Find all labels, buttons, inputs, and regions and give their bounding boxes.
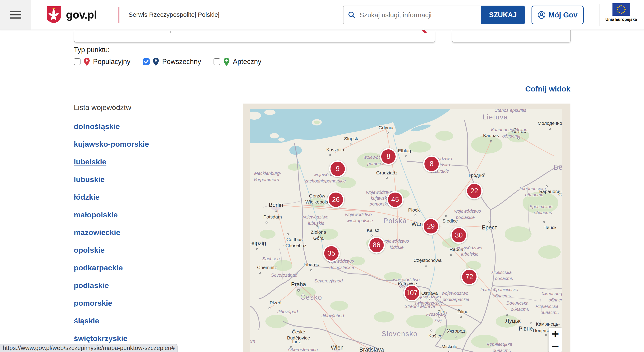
moj-gov-label: Mój Gov xyxy=(548,11,577,19)
filter-option-label: Powszechny xyxy=(162,58,201,66)
checkbox-checked[interactable] xyxy=(143,58,150,65)
cluster-marker-30[interactable]: 30 xyxy=(450,227,467,244)
city-dot xyxy=(329,154,331,156)
filter-option-apteczny[interactable]: Apteczny xyxy=(214,58,262,66)
map-label: область xyxy=(540,310,559,315)
cluster-marker-8[interactable]: 8 xyxy=(380,148,397,165)
text-fragment xyxy=(473,31,474,33)
map-base-svg xyxy=(250,109,562,352)
map-pin-icon xyxy=(153,58,159,66)
map-label: województwo xyxy=(456,245,482,250)
cluster-marker-29[interactable]: 29 xyxy=(422,218,440,235)
voivodeship-link-mazowieckie[interactable]: mazowieckie xyxy=(74,228,212,237)
eu-star-icon: ★ xyxy=(622,12,624,14)
filter-option-populacyjny[interactable]: Populacyjny xyxy=(74,58,130,66)
voivodeship-link-podkarpackie[interactable]: podkarpackie xyxy=(74,263,212,272)
map-label: Молодечно xyxy=(538,120,562,126)
map-label: Львівська xyxy=(492,270,512,275)
map-label: lubuskie xyxy=(308,221,324,226)
map-label: область xyxy=(492,348,511,352)
eu-star-icon: ★ xyxy=(620,12,622,14)
search-button[interactable]: SZUKAJ xyxy=(481,6,525,24)
voivodeship-link-lskie[interactable]: śląskie xyxy=(74,316,212,325)
moj-gov-button[interactable]: Mój Gov xyxy=(532,6,584,24)
map-label: Cottbus xyxy=(286,237,302,242)
cluster-marker-45[interactable]: 45 xyxy=(386,191,404,208)
map-label: Zielona xyxy=(311,230,326,235)
map-label: kraj xyxy=(434,318,442,323)
map-label: Góra xyxy=(313,236,324,241)
map-label: Рівненська xyxy=(536,304,558,309)
map-label: Солигорск xyxy=(558,192,562,197)
voivodeship-link-podlaskie[interactable]: podlaskie xyxy=(74,281,212,290)
map-label: Slovensko xyxy=(382,330,418,338)
voivodeship-link-witokrzyskie[interactable]: świętokrzyskie xyxy=(74,334,212,343)
voivodeship-link-kujawsko-pomorskie[interactable]: kujawsko-pomorskie xyxy=(74,140,212,148)
cluster-marker-22[interactable]: 22 xyxy=(466,182,483,200)
voivodeship-link-lubuskie[interactable]: lubuskie xyxy=(74,175,212,184)
map-label: Płock xyxy=(408,207,420,213)
voivodeship-link-dzkie[interactable]: łódzkie xyxy=(74,192,212,202)
voivodeship-link-maopolskie[interactable]: małopolskie xyxy=(74,210,212,219)
cluster-marker-8[interactable]: 8 xyxy=(423,156,440,172)
map-label: Пинск xyxy=(544,225,556,230)
map-label: Беларусь xyxy=(554,164,562,172)
voivodeship-link-opolskie[interactable]: opolskie xyxy=(74,246,212,254)
search-icon xyxy=(348,11,356,19)
filter-option-powszechny[interactable]: Powszechny xyxy=(143,58,201,66)
map-label: Гродно xyxy=(469,173,484,178)
vaccination-map[interactable]: SłupskGdyniaKoszalinGrudziądzElblągGorzó… xyxy=(243,104,570,352)
city-dot xyxy=(506,314,508,316)
govpl-logo[interactable]: gov.pl xyxy=(46,0,97,30)
city-dot xyxy=(266,222,268,224)
map-label: województwo xyxy=(454,209,481,214)
map-label: Severozápad xyxy=(271,272,298,278)
location-search-input-partial[interactable] xyxy=(74,30,435,42)
cluster-marker-26[interactable]: 26 xyxy=(327,191,344,208)
city-dot xyxy=(256,248,258,250)
map-label: Gorzów xyxy=(309,193,325,198)
cluster-marker-9[interactable]: 9 xyxy=(329,160,346,177)
map-label: Sachsen xyxy=(262,256,280,262)
menu-button[interactable] xyxy=(0,0,31,30)
city-dot xyxy=(450,254,452,256)
cluster-marker-72[interactable]: 72 xyxy=(461,268,478,285)
cluster-marker-107[interactable]: 107 xyxy=(404,284,420,302)
map-canvas[interactable]: SłupskGdyniaKoszalinGrudziądzElblągGorzó… xyxy=(250,109,562,352)
cluster-marker-86[interactable]: 86 xyxy=(368,236,385,254)
reset-view-link[interactable]: Cofnij widok xyxy=(516,84,570,93)
map-label: województwo xyxy=(302,214,328,220)
map-label: Utenos apskritis xyxy=(494,109,526,113)
map-label: Lietuva xyxy=(482,113,508,121)
search-input[interactable] xyxy=(360,11,476,19)
map-label: Siedlce xyxy=(442,218,458,224)
map-label: České xyxy=(292,329,305,334)
map-label: Vorpommern xyxy=(254,177,279,182)
point-type-filters: Typ punktu: PopulacyjnyPowszechnyApteczn… xyxy=(74,46,262,66)
checkbox-unchecked[interactable] xyxy=(74,58,80,65)
voivodeship-link-dolnolskie[interactable]: dolnośląskie xyxy=(74,122,212,131)
zoom-in-button[interactable]: + xyxy=(548,328,562,340)
location-icon-fragment xyxy=(422,29,427,34)
map-label: wielkopolskie xyxy=(346,218,373,224)
cluster-marker-35[interactable]: 35 xyxy=(323,245,340,262)
map-label: lubelskie xyxy=(461,252,478,257)
voivodeship-link-lubelskie[interactable]: lubelskie xyxy=(74,157,212,166)
voivodeship-link-pomorskie[interactable]: pomorskie xyxy=(74,298,212,308)
map-label: Praha xyxy=(291,281,306,288)
brand-divider xyxy=(118,7,120,23)
filters-label: Typ punktu: xyxy=(74,46,262,54)
eu-star-icon: ★ xyxy=(616,8,618,11)
map-label: Střední Morava xyxy=(404,304,435,309)
map-label: łódzkie xyxy=(390,245,404,250)
city-dot xyxy=(448,351,450,352)
top-header: gov.pl Serwis Rzeczypospolitej Polskiej … xyxy=(0,0,644,30)
filter-select-partial[interactable] xyxy=(452,30,571,42)
checkbox-unchecked[interactable] xyxy=(214,58,220,65)
link-preview-statusbar: https://www.gov.pl/web/szczepimysie/mapa… xyxy=(0,344,178,352)
eu-flag-icon: ★★★★★★★★★★★★ xyxy=(612,3,630,16)
zoom-out-button[interactable]: − xyxy=(548,340,562,352)
voivodeship-list: Lista województw dolnośląskiekujawsko-po… xyxy=(74,103,212,352)
map-zoom-control: + − xyxy=(548,328,562,352)
map-label: Волинська xyxy=(506,300,528,306)
